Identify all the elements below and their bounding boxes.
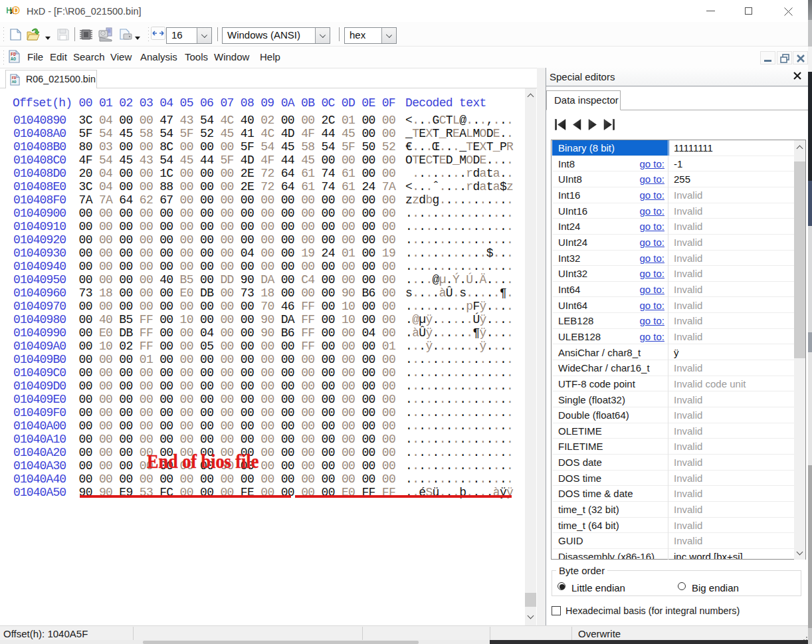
svg-text:FD: FD: [11, 53, 16, 57]
svg-text:AO: AO: [12, 80, 17, 84]
svg-text:AO: AO: [11, 57, 16, 62]
svg-text:D: D: [13, 6, 19, 15]
